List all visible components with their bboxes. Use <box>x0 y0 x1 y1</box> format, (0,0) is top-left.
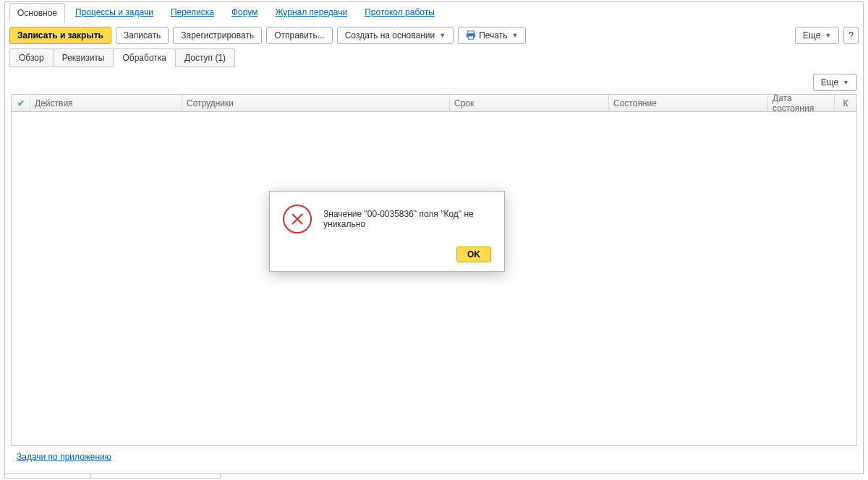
bottom-tab-bar <box>4 474 864 480</box>
svg-rect-2 <box>469 36 474 39</box>
create-based-on-button[interactable]: Создать на основании ▼ <box>337 27 454 44</box>
help-button[interactable]: ? <box>843 27 859 44</box>
column-k[interactable]: К <box>835 95 856 111</box>
column-state-date[interactable]: Дата состояния <box>768 95 835 111</box>
nav-tab-correspondence[interactable]: Переписка <box>163 3 221 22</box>
printer-icon <box>466 30 476 40</box>
more-label: Еще <box>803 30 820 40</box>
bottom-tab[interactable] <box>4 474 91 479</box>
subtab-overview[interactable]: Обзор <box>9 48 54 67</box>
column-employees[interactable]: Сотрудники <box>182 95 450 111</box>
column-actions[interactable]: Действия <box>30 95 182 111</box>
nav-tab-forum[interactable]: Форум <box>224 3 265 22</box>
subtab-processing[interactable]: Обработка <box>113 48 176 67</box>
save-button[interactable]: Записать <box>116 27 169 44</box>
svg-rect-0 <box>468 31 475 34</box>
subtab-access[interactable]: Доступ (1) <box>175 48 235 67</box>
dropdown-caret-icon: ▼ <box>439 30 446 40</box>
sub-tabs: Обзор Реквизиты Обработка Доступ (1) <box>5 48 863 68</box>
error-message: Значение "00-0035836" поля "Код" не уник… <box>323 209 491 229</box>
grid-body[interactable] <box>12 112 856 445</box>
error-dialog: Значение "00-0035836" поля "Код" не уник… <box>269 191 505 272</box>
nav-tab-protocol[interactable]: Протокол работы <box>357 3 442 22</box>
send-button[interactable]: Отправить... <box>266 27 333 44</box>
grid-header: ✔ Действия Сотрудники Срок Состояние Дат… <box>12 95 856 112</box>
error-icon <box>283 205 312 233</box>
create-based-on-label: Создать на основании <box>345 30 435 40</box>
nav-tab-main[interactable]: Основное <box>9 3 65 22</box>
bottom-tab[interactable] <box>90 474 221 479</box>
print-label: Печать <box>479 30 507 40</box>
dropdown-caret-icon: ▼ <box>843 77 849 87</box>
column-state[interactable]: Состояние <box>609 95 768 111</box>
dropdown-caret-icon: ▼ <box>511 30 518 40</box>
column-deadline[interactable]: Срок <box>450 95 609 111</box>
save-and-close-button[interactable]: Записать и закрыть <box>9 27 111 44</box>
checkmark-icon: ✔ <box>17 98 25 108</box>
footer: Задачи по приложению <box>11 446 857 468</box>
register-button[interactable]: Зарегистрировать <box>173 27 262 44</box>
column-check[interactable]: ✔ <box>12 95 30 111</box>
more-button[interactable]: Еще ▼ <box>795 27 839 44</box>
ok-button[interactable]: OK <box>456 247 491 262</box>
print-button[interactable]: Печать ▼ <box>458 27 526 44</box>
subtab-requisites[interactable]: Реквизиты <box>53 48 114 67</box>
top-nav: Основное Процессы и задачи Переписка Фор… <box>5 2 863 22</box>
grid-more-label: Еще <box>821 77 838 87</box>
tasks-by-application-link[interactable]: Задачи по приложению <box>17 452 111 462</box>
nav-tab-transfer-log[interactable]: Журнал передачи <box>268 3 354 22</box>
grid-more-button[interactable]: Еще ▼ <box>813 74 857 91</box>
nav-tab-processes[interactable]: Процессы и задачи <box>68 3 161 22</box>
dropdown-caret-icon: ▼ <box>825 30 831 40</box>
main-toolbar: Записать и закрыть Записать Зарегистриро… <box>5 22 863 48</box>
